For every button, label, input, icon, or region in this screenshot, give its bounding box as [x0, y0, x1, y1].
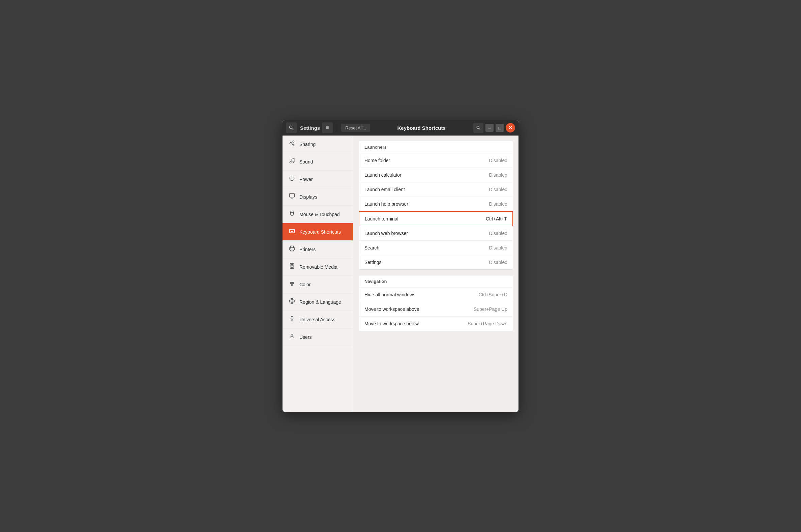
printers-icon [289, 245, 295, 253]
window-controls: – □ ✕ [473, 123, 515, 133]
shortcut-value: Disabled [489, 231, 507, 236]
shortcut-name: Launch terminal [365, 216, 486, 222]
sidebar-item-mouse-touchpad[interactable]: Mouse & Touchpad [283, 206, 353, 223]
svg-line-1 [292, 129, 293, 130]
titlebar-right: Reset All... Keyboard Shortcuts [341, 124, 471, 132]
reset-all-button[interactable]: Reset All... [341, 124, 370, 132]
shortcut-row-home-folder[interactable]: Home folder Disabled [359, 153, 513, 168]
shortcut-name: Launch calculator [364, 172, 489, 178]
sidebar-item-sharing-label: Sharing [299, 141, 316, 147]
svg-rect-18 [291, 265, 293, 266]
shortcut-name: Search [364, 245, 489, 250]
power-icon [289, 175, 295, 183]
shortcut-value: Disabled [489, 245, 507, 250]
shortcut-row-help[interactable]: Launch help browser Disabled [359, 197, 513, 211]
menu-button[interactable]: ≡ [322, 122, 333, 133]
region-icon [289, 298, 295, 306]
main-panel: Launchers Home folder Disabled Launch ca… [353, 135, 518, 412]
svg-rect-15 [290, 248, 294, 250]
sidebar-item-power-label: Power [299, 177, 313, 182]
shortcut-row-workspace-below[interactable]: Move to workspace below Super+Page Down [359, 317, 513, 331]
svg-line-3 [479, 129, 480, 130]
close-button[interactable]: ✕ [506, 123, 515, 133]
content-area: Sharing Sound Power [283, 135, 518, 412]
sidebar-item-power[interactable]: Power [283, 171, 353, 188]
svg-point-6 [293, 144, 294, 146]
shortcut-name: Launch help browser [364, 201, 489, 207]
svg-point-21 [292, 282, 294, 284]
titlebar-search-button[interactable] [286, 122, 297, 133]
shortcut-name: Move to workspace below [364, 321, 468, 326]
maximize-button[interactable]: □ [496, 124, 504, 132]
shortcut-row-calculator[interactable]: Launch calculator Disabled [359, 168, 513, 183]
sidebar-item-removable-media[interactable]: Removable Media [283, 258, 353, 276]
sidebar-item-displays-label: Displays [299, 194, 317, 200]
sidebar-item-sound[interactable]: Sound [283, 153, 353, 171]
sharing-icon [289, 140, 295, 148]
sidebar-item-region-label: Region & Language [299, 299, 341, 305]
sidebar-item-sharing[interactable]: Sharing [283, 135, 353, 153]
titlebar: Settings ≡ Reset All... Keyboard Shortcu… [283, 120, 518, 135]
navigation-table: Navigation Hide all normal windows Ctrl+… [359, 275, 513, 331]
sidebar: Sharing Sound Power [283, 135, 353, 412]
shortcut-value: Super+Page Down [468, 321, 507, 326]
sidebar-item-printers-label: Printers [299, 247, 316, 252]
sidebar-item-universal-access-label: Universal Access [299, 317, 336, 322]
shortcut-value: Disabled [489, 260, 507, 265]
shortcut-row-web-browser[interactable]: Launch web browser Disabled [359, 226, 513, 241]
shortcut-value: Disabled [489, 187, 507, 192]
sidebar-item-color[interactable]: Color [283, 276, 353, 293]
main-window: Settings ≡ Reset All... Keyboard Shortcu… [283, 120, 518, 412]
sidebar-item-mouse-label: Mouse & Touchpad [299, 212, 340, 217]
universal-access-icon [289, 316, 295, 323]
sound-icon [289, 158, 295, 166]
shortcut-row-settings[interactable]: Settings Disabled [359, 255, 513, 269]
color-icon [289, 281, 295, 288]
svg-point-4 [293, 141, 294, 142]
shortcut-value: Disabled [489, 172, 507, 178]
removable-media-icon [289, 263, 295, 271]
svg-point-19 [292, 267, 293, 268]
shortcut-value: Ctrl+Super+D [478, 292, 507, 297]
app-title: Settings [299, 125, 320, 131]
shortcut-row-hide-windows[interactable]: Hide all normal windows Ctrl+Super+D [359, 288, 513, 302]
minimize-button[interactable]: – [485, 124, 494, 132]
svg-line-8 [291, 142, 293, 143]
svg-point-9 [290, 162, 291, 163]
users-icon [289, 333, 295, 341]
sidebar-item-displays[interactable]: Displays [283, 188, 353, 206]
shortcut-name: Hide all normal windows [364, 292, 478, 297]
svg-point-10 [293, 161, 294, 163]
shortcut-value: Disabled [489, 201, 507, 207]
sidebar-item-keyboard-shortcuts[interactable]: Keyboard Shortcuts [283, 223, 353, 241]
svg-point-24 [292, 316, 293, 317]
search-button[interactable] [473, 123, 483, 133]
sidebar-item-users[interactable]: Users [283, 328, 353, 346]
shortcut-row-search[interactable]: Search Disabled [359, 241, 513, 255]
svg-point-0 [290, 126, 292, 129]
sidebar-item-printers[interactable]: Printers [283, 241, 353, 258]
svg-point-5 [290, 142, 291, 144]
shortcut-name: Move to workspace above [364, 306, 474, 312]
shortcuts-table: Launchers Home folder Disabled Launch ca… [359, 141, 513, 270]
svg-point-22 [291, 284, 293, 286]
panel-title: Keyboard Shortcuts [372, 125, 471, 131]
svg-point-20 [290, 282, 292, 284]
shortcut-name: Home folder [364, 158, 489, 163]
shortcut-row-email[interactable]: Launch email client Disabled [359, 183, 513, 197]
shortcut-row-terminal[interactable]: Launch terminal Ctrl+Alt+T [359, 211, 513, 227]
shortcut-name: Settings [364, 260, 489, 265]
svg-point-2 [477, 126, 479, 129]
shortcut-value: Disabled [489, 158, 507, 163]
navigation-section-header: Navigation [359, 276, 513, 288]
keyboard-icon [289, 228, 295, 236]
titlebar-divider [337, 124, 337, 132]
shortcut-row-workspace-above[interactable]: Move to workspace above Super+Page Up [359, 302, 513, 317]
titlebar-left: Settings ≡ [286, 122, 333, 133]
shortcut-name: Launch email client [364, 187, 489, 192]
svg-point-25 [291, 334, 293, 336]
sidebar-item-color-label: Color [299, 282, 310, 287]
sidebar-item-region-language[interactable]: Region & Language [283, 293, 353, 311]
sidebar-item-universal-access[interactable]: Universal Access [283, 311, 353, 328]
sidebar-item-sound-label: Sound [299, 159, 313, 165]
